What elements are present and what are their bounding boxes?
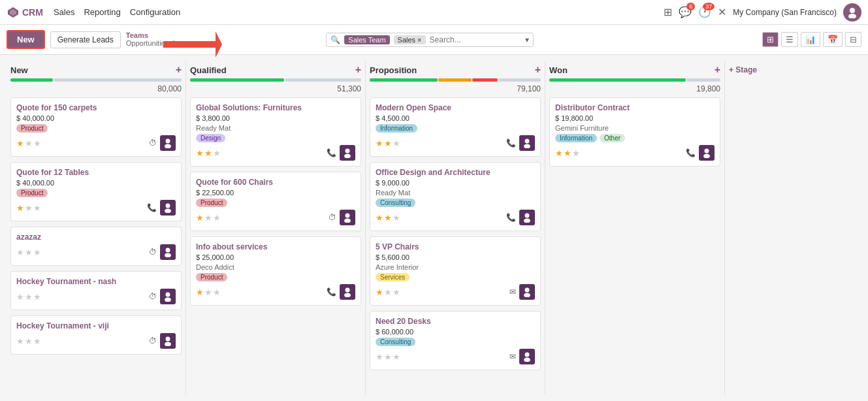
card-tag[interactable]: Consulting (376, 199, 415, 207)
col-add-won[interactable]: + (715, 64, 720, 76)
star-rating[interactable]: ★★★ (376, 213, 400, 223)
generate-leads-button[interactable]: Generate Leads (50, 31, 121, 48)
star-0[interactable]: ★ (196, 148, 204, 158)
star-rating[interactable]: ★★★ (16, 292, 41, 302)
kanban-card[interactable]: Quote for 12 Tables$ 40,000.00Product ★★… (10, 162, 182, 221)
kanban-card[interactable]: Info about services$ 25,000.00Deco Addic… (190, 236, 361, 306)
star-1[interactable]: ★ (204, 148, 212, 158)
star-2[interactable]: ★ (33, 138, 41, 148)
kanban-card[interactable]: Office Design and Architecture$ 9,000.00… (370, 162, 541, 231)
card-tag[interactable]: Information (376, 124, 417, 133)
star-0[interactable]: ★ (16, 248, 24, 257)
star-1[interactable]: ★ (384, 352, 392, 362)
tag-sales-remove[interactable]: × (417, 36, 421, 44)
card-tag[interactable]: Product (16, 124, 48, 133)
star-1[interactable]: ★ (384, 138, 392, 148)
card-tag[interactable]: Design (196, 134, 225, 142)
star-0[interactable]: ★ (16, 292, 24, 302)
star-2[interactable]: ★ (33, 292, 41, 302)
star-0[interactable]: ★ (376, 138, 383, 148)
star-1[interactable]: ★ (25, 336, 33, 346)
kanban-card[interactable]: 5 VP Chairs$ 5,600.00Azure InteriorServi… (370, 236, 541, 306)
nav-configuration[interactable]: Configuration (130, 2, 180, 22)
star-2[interactable]: ★ (33, 203, 41, 213)
star-0[interactable]: ★ (16, 203, 24, 213)
search-dropdown-icon[interactable]: ▾ (525, 35, 529, 44)
kanban-card[interactable]: Distributor Contract$ 19,800.00Gemini Fu… (549, 97, 720, 167)
star-0[interactable]: ★ (196, 213, 204, 223)
nav-sales[interactable]: Sales (54, 2, 75, 22)
card-tag[interactable]: Product (196, 199, 227, 207)
star-2[interactable]: ★ (393, 213, 400, 223)
star-1[interactable]: ★ (25, 248, 33, 257)
settings-gear-icon[interactable]: ⚙ (170, 39, 177, 47)
new-button[interactable]: New (7, 30, 45, 49)
chat-icon[interactable]: 💬6 (679, 6, 692, 18)
kanban-view-icon[interactable]: ⊞ (762, 32, 779, 47)
star-rating[interactable]: ★★★ (196, 213, 221, 223)
star-2[interactable]: ★ (393, 138, 400, 148)
star-rating[interactable]: ★★★ (376, 352, 400, 362)
star-2[interactable]: ★ (33, 248, 41, 257)
kanban-card[interactable]: azazaz ★★★⏱ (10, 227, 182, 266)
star-rating[interactable]: ★★★ (196, 148, 221, 158)
star-0[interactable]: ★ (16, 138, 24, 148)
star-2[interactable]: ★ (213, 287, 221, 297)
card-tag[interactable]: Product (16, 189, 48, 197)
kanban-card[interactable]: Quote for 600 Chairs$ 22,500.00Product ★… (190, 172, 361, 231)
kanban-card[interactable]: Hockey Tournament - nash ★★★⏱ (10, 271, 182, 310)
star-rating[interactable]: ★★★ (16, 248, 41, 257)
star-0[interactable]: ★ (555, 148, 563, 158)
star-0[interactable]: ★ (376, 287, 383, 297)
card-tag[interactable]: Services (376, 273, 410, 281)
star-rating[interactable]: ★★★ (16, 138, 41, 148)
star-0[interactable]: ★ (16, 336, 24, 346)
star-1[interactable]: ★ (384, 287, 392, 297)
star-2[interactable]: ★ (393, 352, 400, 362)
list-view-icon[interactable]: ☰ (781, 32, 798, 47)
star-2[interactable]: ★ (572, 148, 580, 158)
calendar-view-icon[interactable]: 📅 (823, 32, 843, 47)
add-stage-button[interactable]: + Stage (729, 65, 757, 74)
star-1[interactable]: ★ (204, 287, 212, 297)
card-tag[interactable]: Information (555, 134, 597, 142)
star-2[interactable]: ★ (213, 213, 221, 223)
tag-sales[interactable]: Sales × (394, 35, 426, 44)
star-1[interactable]: ★ (564, 148, 571, 158)
star-rating[interactable]: ★★★ (16, 336, 41, 346)
col-add-proposition[interactable]: + (535, 64, 541, 76)
star-0[interactable]: ★ (376, 213, 383, 223)
grid-view-icon[interactable]: ⊟ (845, 32, 861, 47)
kanban-card[interactable]: Modern Open Space$ 4,500.00Information ★… (370, 97, 541, 157)
star-rating[interactable]: ★★★ (555, 148, 580, 158)
settings-icon[interactable]: ✕ (718, 6, 726, 18)
tag-salesteam[interactable]: Sales Team (344, 35, 389, 44)
apps-icon[interactable]: ⊞ (664, 6, 672, 18)
star-rating[interactable]: ★★★ (376, 287, 400, 297)
star-2[interactable]: ★ (393, 287, 400, 297)
star-1[interactable]: ★ (25, 203, 33, 213)
search-input[interactable] (430, 35, 521, 44)
star-0[interactable]: ★ (376, 352, 383, 362)
star-1[interactable]: ★ (25, 292, 33, 302)
star-rating[interactable]: ★★★ (196, 287, 221, 297)
nav-reporting[interactable]: Reporting (84, 2, 120, 22)
teams-link[interactable]: Teams (126, 31, 178, 39)
card-tag[interactable]: Product (196, 273, 227, 281)
card-tag[interactable]: Consulting (376, 338, 415, 346)
star-0[interactable]: ★ (196, 287, 204, 297)
card-tag[interactable]: Other (600, 134, 625, 142)
star-1[interactable]: ★ (204, 213, 212, 223)
kanban-card[interactable]: Quote for 150 carpets$ 40,000.00Product … (10, 97, 182, 157)
star-rating[interactable]: ★★★ (16, 203, 41, 213)
kanban-card[interactable]: Hockey Tournament - viji ★★★⏱ (10, 315, 182, 355)
user-avatar[interactable] (843, 3, 861, 22)
logo[interactable]: CRM (7, 6, 43, 19)
col-add-qualified[interactable]: + (355, 64, 361, 76)
kanban-card[interactable]: Global Solutions: Furnitures$ 3,800.00Re… (190, 97, 361, 167)
activity-icon[interactable]: 🕐37 (698, 6, 711, 18)
star-1[interactable]: ★ (384, 213, 392, 223)
star-2[interactable]: ★ (33, 336, 41, 346)
col-add-new[interactable]: + (176, 64, 182, 76)
star-1[interactable]: ★ (25, 138, 33, 148)
